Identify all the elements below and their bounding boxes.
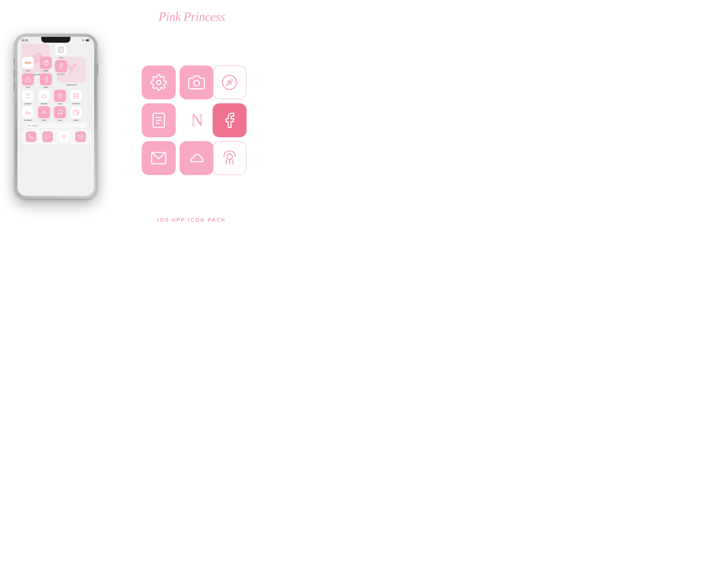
music-label: music xyxy=(57,119,62,121)
grid-podcast[interactable] xyxy=(213,141,246,175)
tiktok-label: tiktok xyxy=(44,86,48,88)
svg-rect-15 xyxy=(74,93,76,95)
app-weather[interactable]: weather xyxy=(37,90,51,105)
dock xyxy=(21,130,91,144)
etsy-label: etsy xyxy=(26,70,30,72)
shortcuts-label: shortcuts xyxy=(72,103,80,105)
svg-point-21 xyxy=(58,113,59,115)
gear-svg xyxy=(61,134,67,139)
dock-heart[interactable] xyxy=(42,132,53,142)
brand-title: Pink Princess xyxy=(158,10,225,24)
widgetsmith2-label: Widgetsmith xyxy=(66,84,77,86)
app-widgetsmith2[interactable]: Widgetsmith xyxy=(57,57,86,86)
app-music[interactable]: music xyxy=(53,106,67,121)
drive-svg xyxy=(25,76,31,83)
phone-container: 12.21 xyxy=(15,34,97,199)
app-netflix[interactable]: N netflix xyxy=(37,106,51,121)
dock-settings[interactable] xyxy=(58,132,70,142)
dock-phone-icon xyxy=(26,132,36,142)
shortcuts-icon xyxy=(70,90,82,102)
big-mail-icon xyxy=(150,149,167,167)
wallet-icon xyxy=(70,106,82,118)
heart-svg xyxy=(45,134,50,139)
doordash-icon xyxy=(22,106,34,118)
big-podcast-icon xyxy=(221,149,238,167)
dock-heart-icon xyxy=(42,132,53,142)
svg-point-20 xyxy=(29,113,30,114)
svg-rect-24 xyxy=(77,113,78,113)
grid-netflix[interactable]: N xyxy=(180,103,213,137)
app-amazon[interactable]: amazon xyxy=(21,90,35,105)
notch xyxy=(41,37,70,43)
app-etsy[interactable]: Etsy etsy xyxy=(21,57,35,72)
grid-weather[interactable] xyxy=(180,141,213,175)
netflix-label: netflix xyxy=(42,119,47,121)
svg-rect-17 xyxy=(74,96,76,98)
front-camera xyxy=(63,38,65,40)
svg-point-8 xyxy=(45,62,45,63)
icon-grid: N xyxy=(142,65,242,175)
dock-phone[interactable] xyxy=(25,132,37,142)
svg-point-19 xyxy=(26,113,27,114)
grid-mail[interactable] xyxy=(142,141,176,175)
app-wallet[interactable]: wallet xyxy=(69,106,83,121)
etsy-icon: Etsy xyxy=(22,57,34,69)
volume-down-button xyxy=(14,81,15,91)
search-text: Search xyxy=(31,124,38,127)
maps-svg xyxy=(56,92,63,99)
notes-icon xyxy=(55,44,67,56)
app-row-6: doordash N netflix xyxy=(21,106,91,121)
big-facebook-icon xyxy=(221,112,238,129)
search-bar[interactable]: Search xyxy=(25,123,87,128)
phone-svg xyxy=(28,134,34,139)
app-row-5: amazon weather xyxy=(21,90,91,105)
app-tiktok[interactable]: tiktok xyxy=(39,73,53,88)
tiktok-icon xyxy=(40,73,52,85)
reddit-icon xyxy=(40,57,52,69)
doordash-svg xyxy=(25,109,31,116)
weather-svg xyxy=(41,92,47,99)
right-side: Pink Princess xyxy=(97,10,277,223)
status-icons xyxy=(81,39,90,41)
svg-point-9 xyxy=(46,62,47,63)
wallet-label: wallet xyxy=(74,119,78,121)
wallet-svg xyxy=(73,109,79,116)
dock-mail[interactable] xyxy=(75,132,86,142)
svg-rect-23 xyxy=(73,111,79,115)
grid-camera[interactable] xyxy=(180,65,213,100)
amazon-icon xyxy=(22,90,34,102)
svg-point-26 xyxy=(28,124,29,126)
reddit-label: reddit xyxy=(44,70,48,72)
ios-pack-label: IOS APP ICON PACK xyxy=(157,217,226,223)
app-maps[interactable]: maps xyxy=(53,90,67,105)
app-row-3: Etsy etsy drive xyxy=(21,57,91,88)
search-icon xyxy=(28,124,30,127)
grid-safari[interactable] xyxy=(213,65,246,100)
big-weather-icon xyxy=(188,149,205,167)
grid-facebook[interactable] xyxy=(213,103,246,137)
weather-icon xyxy=(38,90,50,102)
svg-point-22 xyxy=(61,113,62,114)
svg-point-14 xyxy=(59,94,61,96)
svg-point-31 xyxy=(193,80,199,86)
grid-notes[interactable] xyxy=(142,103,176,137)
app-grid: Widgetsmith xyxy=(18,43,94,123)
app-notes[interactable]: notes xyxy=(54,44,68,59)
tiktok-svg xyxy=(43,76,49,83)
big-notes-icon xyxy=(150,112,167,129)
app-drive[interactable]: drive xyxy=(21,73,35,88)
app-reddit[interactable]: reddit xyxy=(39,57,53,72)
grid-settings[interactable] xyxy=(142,65,176,100)
doordash-label: doordash xyxy=(24,119,32,121)
app-shortcuts[interactable]: shortcuts xyxy=(69,90,83,105)
amazon-svg xyxy=(25,92,31,99)
svg-rect-16 xyxy=(76,93,78,95)
reddit-tiktok-col: reddit tiktok xyxy=(39,57,53,88)
big-camera-icon xyxy=(188,74,205,91)
drive-icon xyxy=(22,73,34,85)
svg-rect-1 xyxy=(86,39,89,41)
svg-rect-18 xyxy=(76,96,78,98)
svg-point-28 xyxy=(63,136,65,138)
app-doordash[interactable]: doordash xyxy=(21,106,35,121)
battery-icon xyxy=(86,39,90,41)
